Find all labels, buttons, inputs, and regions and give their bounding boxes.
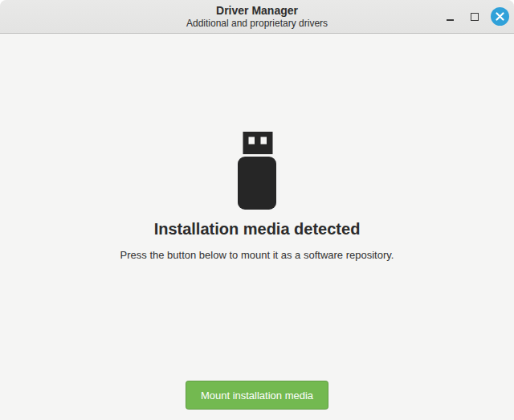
minimize-button[interactable] xyxy=(440,6,460,27)
maximize-icon xyxy=(471,13,479,21)
minimize-icon xyxy=(447,19,454,21)
close-button[interactable] xyxy=(491,7,509,26)
maximize-button[interactable] xyxy=(464,6,484,27)
window-subtitle: Additional and proprietary drivers xyxy=(186,18,328,30)
titlebar-text: Driver Manager Additional and proprietar… xyxy=(186,4,328,30)
usb-drive-icon xyxy=(238,132,276,210)
titlebar[interactable]: Driver Manager Additional and proprietar… xyxy=(0,0,514,34)
driver-manager-window: Driver Manager Additional and proprietar… xyxy=(0,0,514,420)
window-title: Driver Manager xyxy=(186,4,328,18)
window-controls xyxy=(440,0,509,33)
mount-installation-media-button[interactable]: Mount installation media xyxy=(186,381,328,410)
status-heading: Installation media detected xyxy=(154,220,361,238)
close-icon xyxy=(496,12,504,21)
main-content: Installation media detected Press the bu… xyxy=(0,34,514,420)
status-description: Press the button below to mount it as a … xyxy=(120,249,394,261)
